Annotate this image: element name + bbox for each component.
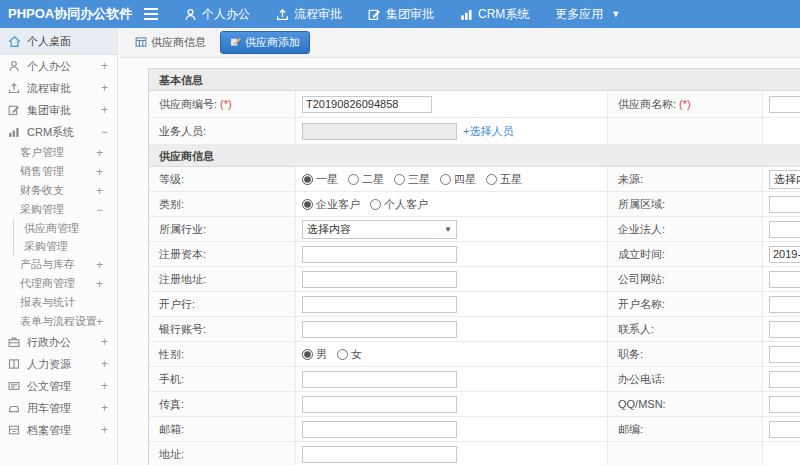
choose-person-link[interactable]: +选择人员 xyxy=(463,124,513,139)
edit-icon xyxy=(8,104,21,117)
empty-label xyxy=(608,118,763,144)
sidebar-item-supplier-mgmt[interactable]: 供应商管理 xyxy=(14,219,117,237)
email-input[interactable] xyxy=(302,421,457,438)
supplier-name-input[interactable] xyxy=(769,96,800,113)
menu-toggle-icon[interactable] xyxy=(144,8,158,20)
bank-account-label: 银行账号: xyxy=(149,317,296,341)
radio-input[interactable] xyxy=(337,349,348,360)
mobile-input[interactable] xyxy=(302,371,457,388)
form-row: 开户行: 开户名称: xyxy=(149,292,800,317)
sidebar-item-hr[interactable]: 人力资源 + xyxy=(0,353,117,375)
form-row: 等级: 一星 二星 三星 四星 五星 来源: 选择内容▼ xyxy=(149,167,800,192)
sidebar-item-sales-mgmt[interactable]: 销售管理 + xyxy=(0,162,117,181)
radio-input[interactable] xyxy=(302,174,313,185)
tab-supplier-add[interactable]: 供应商添加 xyxy=(220,31,310,54)
sidebar-item-crm[interactable]: CRM系统 − xyxy=(0,121,117,143)
sidebar-item-label: 采购管理 xyxy=(20,202,64,217)
category-label: 类别: xyxy=(149,192,296,216)
nav-workflow-approval[interactable]: 流程审批 xyxy=(276,6,342,23)
registered-capital-input[interactable] xyxy=(302,246,457,263)
sidebar-item-purchase-mgmt[interactable]: 采购管理 − xyxy=(0,200,117,219)
gender-label: 性别: xyxy=(149,342,296,366)
sidebar-item-purchasing[interactable]: 采购管理 xyxy=(14,237,117,255)
sidebar-item-label: 产品与库存 xyxy=(20,257,75,272)
nav-group-approval[interactable]: 集团审批 xyxy=(368,6,434,23)
sidebar-item-archive-mgmt[interactable]: 档案管理 + xyxy=(0,419,117,441)
account-name-input[interactable] xyxy=(769,296,800,313)
mobile-label: 手机: xyxy=(149,367,296,391)
radio-input[interactable] xyxy=(348,174,359,185)
form-row: 注册地址: 公司网站: xyxy=(149,267,800,292)
sidebar-item-workflow-approval[interactable]: 流程审批 + xyxy=(0,77,117,99)
level-option-1[interactable]: 一星 xyxy=(302,172,338,187)
source-select[interactable]: 选择内容▼ xyxy=(769,170,800,189)
sidebar-item-customer-mgmt[interactable]: 客户管理 + xyxy=(0,143,117,162)
nav-personal-office[interactable]: 个人办公 xyxy=(184,6,250,23)
empty-label xyxy=(608,442,763,465)
sales-person-cell: +选择人员 xyxy=(296,118,608,144)
nav-label: 集团审批 xyxy=(386,6,434,23)
sidebar-item-finance[interactable]: 财务收支 + xyxy=(0,181,117,200)
registered-address-input[interactable] xyxy=(302,271,457,288)
qq-msn-input[interactable] xyxy=(769,396,800,413)
level-option-4[interactable]: 四星 xyxy=(440,172,476,187)
sidebar-item-vehicle-mgmt[interactable]: 用车管理 + xyxy=(0,397,117,419)
established-date-input[interactable] xyxy=(769,246,800,263)
level-option-2[interactable]: 二星 xyxy=(348,172,384,187)
legal-person-input[interactable] xyxy=(769,221,800,238)
fax-input[interactable] xyxy=(302,396,457,413)
sidebar-item-reports[interactable]: 报表与统计 xyxy=(0,293,117,312)
industry-label: 所属行业: xyxy=(149,217,296,241)
radio-input[interactable] xyxy=(302,349,313,360)
category-cell: 企业客户 个人客户 xyxy=(296,192,608,216)
form-row: 供应商编号: (*) 供应商名称: (*) xyxy=(149,91,800,118)
sidebar-item-label: 集团审批 xyxy=(27,103,71,118)
sidebar-item-label: 行政办公 xyxy=(27,335,71,350)
radio-input[interactable] xyxy=(486,174,497,185)
sidebar-item-desktop[interactable]: 个人桌面 xyxy=(0,28,117,55)
zip-input[interactable] xyxy=(769,421,800,438)
sidebar-item-product-stock[interactable]: 产品与库存 + xyxy=(0,255,117,274)
bank-input[interactable] xyxy=(302,296,457,313)
supplier-no-input[interactable] xyxy=(302,96,432,113)
office-phone-input[interactable] xyxy=(769,371,800,388)
contact-label: 联系人: xyxy=(608,317,763,341)
level-option-5[interactable]: 五星 xyxy=(486,172,522,187)
radio-input[interactable] xyxy=(302,199,313,210)
category-option-company[interactable]: 企业客户 xyxy=(302,197,360,212)
form-page: 基本信息 供应商编号: (*) 供应商名称: (*) xyxy=(119,58,800,465)
sidebar-item-document-mgmt[interactable]: 公文管理 + xyxy=(0,375,117,397)
position-input[interactable] xyxy=(769,346,800,363)
gender-option-female[interactable]: 女 xyxy=(337,347,362,362)
sales-person-input[interactable] xyxy=(302,123,457,140)
radio-input[interactable] xyxy=(394,174,405,185)
sidebar-item-personal-office[interactable]: 个人办公 + xyxy=(0,55,117,77)
website-input[interactable] xyxy=(769,271,800,288)
sidebar-item-admin-office[interactable]: 行政办公 + xyxy=(0,331,117,353)
level-option-3[interactable]: 三星 xyxy=(394,172,430,187)
bank-account-input[interactable] xyxy=(302,321,457,338)
contact-input[interactable] xyxy=(769,321,800,338)
position-cell xyxy=(763,342,800,366)
nav-crm-system[interactable]: CRM系统 xyxy=(460,6,529,23)
zip-cell xyxy=(763,417,800,441)
address-input[interactable] xyxy=(302,446,457,463)
registered-address-cell xyxy=(296,267,608,291)
bank-label: 开户行: xyxy=(149,292,296,316)
sidebar-item-form-flow-settings[interactable]: 表单与流程设置 + xyxy=(0,312,117,331)
sidebar-item-label: 流程审批 xyxy=(27,81,71,96)
region-cell xyxy=(763,192,800,216)
sidebar-item-agent-mgmt[interactable]: 代理商管理 + xyxy=(0,274,117,293)
expand-plus-icon: + xyxy=(101,401,108,415)
sidebar-item-label: 报表与统计 xyxy=(20,295,75,310)
radio-input[interactable] xyxy=(440,174,451,185)
industry-select[interactable]: 选择内容▼ xyxy=(302,220,457,239)
gender-option-male[interactable]: 男 xyxy=(302,347,327,362)
region-input[interactable] xyxy=(769,196,800,213)
nav-more-apps[interactable]: 更多应用 ▼ xyxy=(555,6,620,23)
radio-input[interactable] xyxy=(370,199,381,210)
sidebar-item-group-approval[interactable]: 集团审批 + xyxy=(0,99,117,121)
expand-plus-icon: + xyxy=(96,146,103,160)
category-option-personal[interactable]: 个人客户 xyxy=(370,197,428,212)
tab-supplier-list[interactable]: 供应商信息 xyxy=(129,32,212,53)
